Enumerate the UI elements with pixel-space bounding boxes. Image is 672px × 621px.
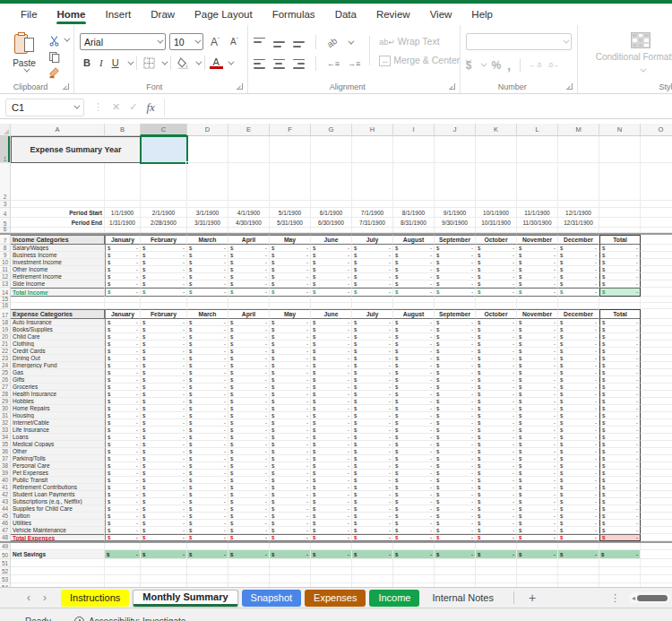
- cell-D27[interactable]: $-: [187, 384, 228, 391]
- cell-L52[interactable]: [517, 567, 558, 575]
- cell-C6[interactable]: [141, 228, 187, 233]
- cell-H30[interactable]: $-: [352, 405, 393, 412]
- cell-J14[interactable]: $-: [435, 288, 476, 297]
- cell-K42[interactable]: $-: [476, 491, 517, 498]
- cell-G19[interactable]: $-: [311, 326, 352, 333]
- cell-I18[interactable]: $-: [393, 319, 435, 326]
- cell-M2[interactable]: [558, 163, 599, 201]
- cell-L8[interactable]: $-: [517, 245, 558, 252]
- menu-tab-file[interactable]: File: [13, 5, 46, 24]
- column-header-O[interactable]: O: [641, 124, 672, 136]
- menu-tab-home[interactable]: Home: [49, 5, 94, 24]
- cell-F22[interactable]: $-: [270, 348, 311, 355]
- cell-F29[interactable]: $-: [270, 398, 311, 405]
- cell-K23[interactable]: $-: [476, 355, 517, 362]
- cell-O5[interactable]: [641, 218, 672, 228]
- cell-C31[interactable]: $-: [141, 412, 187, 419]
- number-format-select[interactable]: [466, 33, 572, 50]
- conditional-formatting-button[interactable]: Conditional Formatting: [596, 32, 672, 75]
- cell-E42[interactable]: $-: [228, 491, 270, 498]
- cell-G18[interactable]: $-: [311, 319, 352, 326]
- cell-A45[interactable]: Tuition: [11, 513, 105, 520]
- cell-J9[interactable]: $-: [435, 252, 476, 259]
- cell-K36[interactable]: $-: [476, 448, 517, 455]
- cell-F3[interactable]: [270, 201, 311, 208]
- cell-G29[interactable]: $-: [311, 398, 352, 405]
- add-sheet-button[interactable]: +: [521, 591, 543, 605]
- cell-C43[interactable]: $-: [141, 498, 187, 505]
- row-header-28[interactable]: 28: [0, 391, 11, 398]
- cell-B25[interactable]: $-: [105, 369, 141, 376]
- cell-A14[interactable]: Total Income: [11, 288, 105, 297]
- row-header-12[interactable]: 12: [0, 273, 11, 280]
- cell-G13[interactable]: $-: [311, 280, 352, 288]
- align-center-button[interactable]: [273, 59, 285, 69]
- cell-I24[interactable]: $-: [393, 362, 435, 369]
- shrink-font-button[interactable]: Aˇ: [227, 36, 242, 47]
- cell-O38[interactable]: [641, 462, 672, 470]
- cell-B14[interactable]: $-: [105, 288, 141, 297]
- cell-D10[interactable]: $-: [187, 259, 228, 266]
- cell-I52[interactable]: [393, 567, 435, 575]
- row-header-43[interactable]: 43: [0, 498, 11, 505]
- cell-O26[interactable]: [641, 376, 672, 384]
- cell-I36[interactable]: $-: [393, 448, 435, 455]
- cell-F25[interactable]: $-: [270, 369, 311, 376]
- cell-C8[interactable]: $-: [141, 245, 187, 252]
- cell-F51[interactable]: [270, 559, 311, 567]
- cell-I49[interactable]: [393, 543, 435, 550]
- cell-I48[interactable]: $-: [393, 534, 435, 541]
- cell-G49[interactable]: [311, 543, 352, 550]
- cell-O21[interactable]: [641, 341, 672, 348]
- cell-E3[interactable]: [228, 201, 270, 208]
- cell-E9[interactable]: $-: [228, 252, 270, 259]
- row-header-31[interactable]: 31: [0, 412, 11, 419]
- cell-E44[interactable]: $-: [228, 505, 270, 513]
- formula-input[interactable]: [164, 99, 672, 116]
- cell-I6[interactable]: [393, 228, 435, 233]
- cell-O19[interactable]: [641, 326, 672, 333]
- cell-H14[interactable]: $-: [352, 288, 393, 297]
- cell-G48[interactable]: $-: [311, 534, 352, 541]
- cell-G42[interactable]: $-: [311, 491, 352, 498]
- cell-D53[interactable]: [187, 575, 228, 583]
- cell-H19[interactable]: $-: [352, 326, 393, 333]
- cell-L35[interactable]: $-: [517, 441, 558, 448]
- cell-G28[interactable]: $-: [311, 391, 352, 398]
- cell-H46[interactable]: $-: [352, 520, 393, 527]
- cell-B11[interactable]: $-: [105, 266, 141, 273]
- cell-D13[interactable]: $-: [187, 280, 228, 288]
- cell-J23[interactable]: $-: [435, 355, 476, 362]
- cell-K52[interactable]: [476, 567, 517, 575]
- cell-B40[interactable]: $-: [105, 477, 141, 484]
- cell-D52[interactable]: [187, 567, 228, 575]
- fill-color-button[interactable]: [176, 56, 191, 70]
- cell-I26[interactable]: $-: [393, 376, 435, 384]
- menu-tab-help[interactable]: Help: [463, 5, 501, 24]
- cell-D7[interactable]: March: [187, 235, 228, 245]
- cell-M19[interactable]: $-: [558, 326, 599, 333]
- next-sheet-icon[interactable]: ›: [43, 591, 47, 604]
- cell-N8[interactable]: $-: [599, 245, 641, 252]
- number-dialog-launcher[interactable]: [566, 83, 573, 90]
- cell-D31[interactable]: $-: [187, 412, 228, 419]
- column-header-J[interactable]: J: [435, 124, 476, 136]
- cell-N52[interactable]: [599, 567, 641, 575]
- cell-A3[interactable]: [11, 201, 105, 208]
- cell-N34[interactable]: $-: [599, 434, 641, 441]
- cell-G4[interactable]: 6/1/1900: [311, 208, 352, 218]
- cell-H41[interactable]: $-: [352, 484, 393, 491]
- cell-C45[interactable]: $-: [141, 513, 187, 520]
- cell-D11[interactable]: $-: [187, 266, 228, 273]
- cell-C23[interactable]: $-: [141, 355, 187, 362]
- cell-C21[interactable]: $-: [141, 341, 187, 348]
- cell-N17[interactable]: Total: [599, 309, 641, 319]
- accounting-format-button[interactable]: $: [466, 59, 472, 72]
- cell-G44[interactable]: $-: [311, 505, 352, 513]
- cell-L15[interactable]: [517, 297, 558, 303]
- cell-I33[interactable]: $-: [393, 427, 435, 434]
- cell-H45[interactable]: $-: [352, 513, 393, 520]
- cell-N10[interactable]: $-: [599, 259, 641, 266]
- cell-O37[interactable]: [641, 455, 672, 462]
- cell-N40[interactable]: $-: [599, 477, 641, 484]
